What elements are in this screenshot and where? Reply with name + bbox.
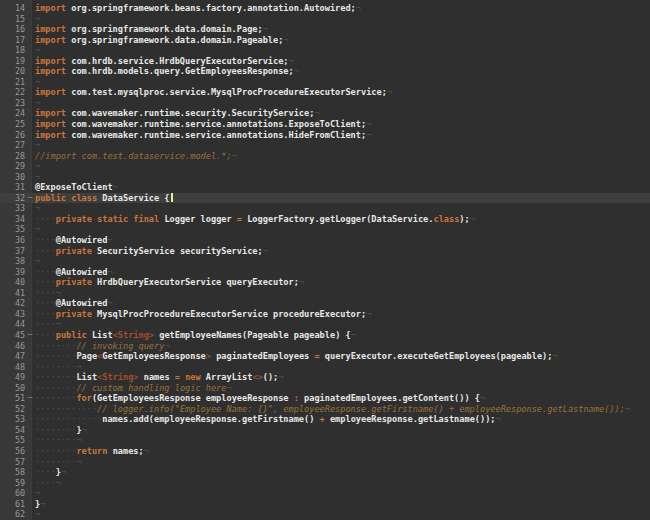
line-number: 57 <box>0 457 25 468</box>
code-text: ········¬ <box>35 435 82 446</box>
fold-column <box>25 288 35 299</box>
code-text: import com.test.mysqlproc.service.MysqlP… <box>35 87 392 98</box>
code-line[interactable]: 51–········for(GetEmployeesResponse empl… <box>0 393 650 404</box>
code-line[interactable]: 35¬ <box>0 224 650 235</box>
code-line[interactable]: 40····private HrdbQueryExecutorService q… <box>0 277 650 288</box>
code-line[interactable]: 20import com.hrdb.models.query.GetEmploy… <box>0 66 650 77</box>
code-text: ····¬ <box>35 478 61 489</box>
code-line[interactable]: 49········List<String> names = new Array… <box>0 372 650 383</box>
code-line[interactable]: 48········¬ <box>0 362 650 373</box>
fold-column <box>25 182 35 193</box>
code-line[interactable]: 44····¬ <box>0 319 650 330</box>
fold-column <box>25 488 35 499</box>
fold-column <box>25 446 35 457</box>
code-text: ¬ <box>35 488 40 499</box>
line-number: 28 <box>0 151 25 162</box>
code-line[interactable]: 60¬ <box>0 488 650 499</box>
code-text: @ExposeToClient¬ <box>35 182 118 193</box>
line-number: 35 <box>0 224 25 235</box>
line-number: 52 <box>0 404 25 415</box>
code-line[interactable]: 32–public class DataService { <box>0 193 650 204</box>
code-line[interactable]: 42····@Autowired¬ <box>0 298 650 309</box>
fold-marker-icon[interactable]: – <box>25 393 35 404</box>
line-number: 24 <box>0 108 25 119</box>
code-line[interactable]: 56········return names;¬ <box>0 446 650 457</box>
code-line[interactable]: 43····private MysqlProcProcedureExecutor… <box>0 309 650 320</box>
code-text: ····@Autowired¬ <box>35 267 113 278</box>
line-number: 37 <box>0 246 25 257</box>
code-text: ¬ <box>35 45 40 56</box>
code-line[interactable]: 47········Page<GetEmployeesResponse> pag… <box>0 351 650 362</box>
fold-marker-icon[interactable]: – <box>25 193 35 204</box>
code-line[interactable]: 16import org.springframework.data.domain… <box>0 24 650 35</box>
code-line[interactable]: 22import com.test.mysqlproc.service.Mysq… <box>0 87 650 98</box>
line-number: 53 <box>0 414 25 425</box>
code-line[interactable]: 30¬ <box>0 172 650 183</box>
code-text: import org.springframework.data.domain.P… <box>35 24 268 35</box>
line-number: 49 <box>0 372 25 383</box>
fold-marker-icon[interactable]: – <box>25 330 35 341</box>
fold-column <box>25 108 35 119</box>
code-line[interactable]: 59····¬ <box>0 478 650 489</box>
line-number: 15 <box>0 14 25 25</box>
line-number: 55 <box>0 435 25 446</box>
code-line[interactable]: 14import org.springframework.beans.facto… <box>0 3 650 14</box>
code-line[interactable]: 53·············names.add(employeeRespons… <box>0 414 650 425</box>
code-line[interactable]: 41····¬ <box>0 288 650 299</box>
code-line[interactable]: 17import org.springframework.data.domain… <box>0 35 650 46</box>
code-line[interactable]: 52············// logger.info("Employee N… <box>0 404 650 415</box>
line-number: 43 <box>0 309 25 320</box>
code-line[interactable]: 38¬ <box>0 256 650 267</box>
line-number: 60 <box>0 488 25 499</box>
line-number: 17 <box>0 35 25 46</box>
code-line[interactable]: 46········// invoking query¬ <box>0 341 650 352</box>
code-text: ········}¬ <box>35 425 87 436</box>
code-line[interactable]: 39····@Autowired¬ <box>0 267 650 278</box>
fold-column <box>25 351 35 362</box>
code-line[interactable]: 24import com.wavemaker.runtime.security.… <box>0 108 650 119</box>
code-line[interactable]: 21¬ <box>0 77 650 88</box>
code-line[interactable]: 25import com.wavemaker.runtime.service.a… <box>0 119 650 130</box>
code-text: ····¬ <box>35 319 61 330</box>
fold-column <box>25 341 35 352</box>
fold-column <box>25 362 35 373</box>
code-line[interactable]: 15¬ <box>0 14 650 25</box>
code-line[interactable]: 29¬ <box>0 161 650 172</box>
code-line[interactable]: 31@ExposeToClient¬ <box>0 182 650 193</box>
code-text: ········// invoking query¬ <box>35 341 170 352</box>
code-line[interactable]: 50········// custom handling logic here¬ <box>0 383 650 394</box>
code-text: ¬ <box>35 509 40 520</box>
code-line[interactable]: 27¬ <box>0 140 650 151</box>
line-number: 19 <box>0 56 25 67</box>
code-line[interactable]: 54········}¬ <box>0 425 650 436</box>
code-line[interactable]: 34····private static final Logger logger… <box>0 214 650 225</box>
code-text: ········List<String> names = new ArrayLi… <box>35 372 283 383</box>
code-line[interactable]: 45–····public List<String> getEmployeeNa… <box>0 330 650 341</box>
code-line[interactable]: 37····private SecurityService securitySe… <box>0 246 650 257</box>
code-text: import org.springframework.beans.factory… <box>35 3 361 14</box>
code-line[interactable]: 55········¬ <box>0 435 650 446</box>
code-line[interactable]: 33¬ <box>0 203 650 214</box>
fold-column <box>25 87 35 98</box>
code-text: import com.hrdb.service.HrdbQueryExecuto… <box>35 56 294 67</box>
code-line[interactable]: 57········¬ <box>0 457 650 468</box>
code-line[interactable]: 62¬ <box>0 509 650 520</box>
code-area[interactable]: 14import org.springframework.beans.facto… <box>0 0 650 520</box>
fold-column <box>25 246 35 257</box>
code-line[interactable]: 19import com.hrdb.service.HrdbQueryExecu… <box>0 56 650 67</box>
code-line[interactable]: 23¬ <box>0 98 650 109</box>
line-number: 32 <box>0 193 25 204</box>
line-number: 25 <box>0 119 25 130</box>
code-line[interactable]: 28//import com.test.dataservice.model.*;… <box>0 151 650 162</box>
code-line[interactable]: 61}¬ <box>0 499 650 510</box>
line-number: 45 <box>0 330 25 341</box>
line-number: 38 <box>0 256 25 267</box>
code-line[interactable]: 26import com.wavemaker.runtime.service.a… <box>0 130 650 141</box>
fold-column <box>25 277 35 288</box>
code-line[interactable]: 18¬ <box>0 45 650 56</box>
code-line[interactable]: 58····}¬ <box>0 467 650 478</box>
code-text: ····public List<String> getEmployeeNames… <box>35 330 356 341</box>
code-editor[interactable]: 14import org.springframework.beans.facto… <box>0 0 650 520</box>
code-text: ·············names.add(employeeResponse.… <box>35 414 501 425</box>
code-line[interactable]: 36····@Autowired¬ <box>0 235 650 246</box>
